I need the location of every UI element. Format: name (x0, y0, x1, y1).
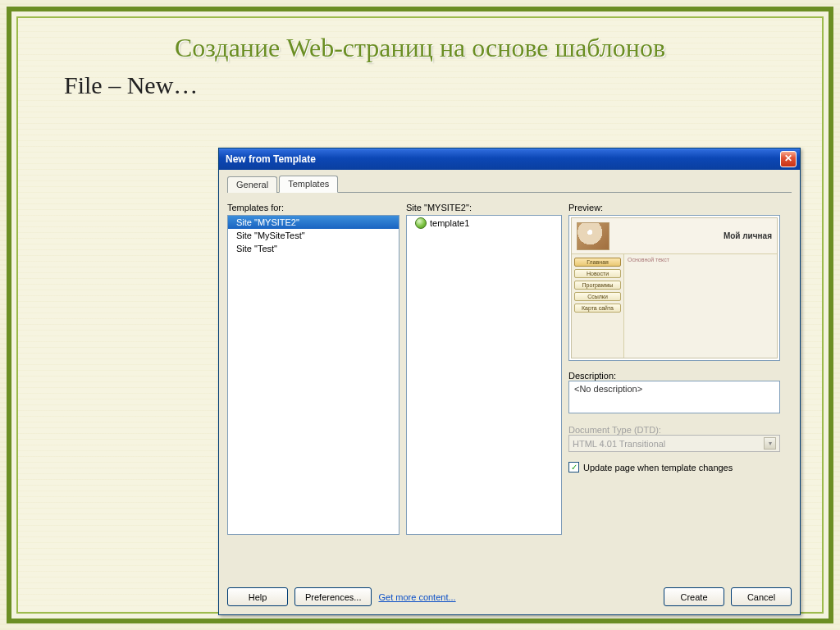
dialog-body: General Templates Templates for: Site "M… (219, 170, 800, 614)
preview-nav-item: Новости (574, 269, 621, 278)
preview-nav-item: Главная (574, 258, 621, 267)
dialog-new-from-template: New from Template ✕ General Templates Te… (218, 148, 801, 615)
preview-nav: Главная Новости Программы Ссылки Карта с… (572, 254, 624, 358)
help-button[interactable]: Help (227, 587, 288, 606)
preview-nav-item: Карта сайта (574, 304, 621, 313)
button-row: Help Preferences... Get more content... … (227, 587, 792, 606)
preview-thumb: Мой личная Главная Новости Программы Ссы… (571, 217, 778, 358)
template-item-label: template1 (430, 218, 469, 228)
preview-box: Мой личная Главная Новости Программы Ссы… (568, 215, 780, 361)
label-site-templates: Site "MYSITE2": (406, 203, 562, 212)
slide-title: Создание Web-страниц на основе шаблонов (18, 33, 822, 63)
sites-listbox[interactable]: Site "MYSITE2" Site "MySiteTest" Site "T… (227, 215, 399, 535)
more-content-link[interactable]: Get more content... (378, 592, 455, 602)
close-icon: ✕ (784, 153, 792, 164)
label-templates-for: Templates for: (227, 203, 399, 212)
description-box: <No description> (568, 381, 780, 413)
site-item[interactable]: Site "Test" (228, 242, 399, 255)
preview-logo (577, 222, 609, 250)
col-templates: Site "MYSITE2": template1 (406, 203, 562, 535)
label-dtd: Document Type (DTD): (568, 425, 780, 435)
site-item[interactable]: Site "MYSITE2" (228, 216, 399, 229)
preferences-button[interactable]: Preferences... (294, 587, 372, 606)
update-checkbox-row[interactable]: ✓ Update page when template changes (568, 462, 780, 472)
label-preview: Preview: (568, 203, 780, 212)
tab-general[interactable]: General (227, 176, 277, 193)
panel-row: Templates for: Site "MYSITE2" Site "MySi… (227, 203, 792, 535)
preview-nav-item: Программы (574, 281, 621, 290)
site-item[interactable]: Site "MySiteTest" (228, 229, 399, 242)
dialog-titlebar[interactable]: New from Template ✕ (219, 148, 800, 170)
tab-templates[interactable]: Templates (279, 176, 338, 193)
dtd-select: HTML 4.01 Transitional ▾ (568, 435, 780, 452)
checkbox-icon[interactable]: ✓ (568, 462, 579, 472)
tab-row: General Templates (227, 175, 792, 193)
preview-thumb-body: Главная Новости Программы Ссылки Карта с… (572, 254, 777, 358)
preview-header-title: Мой личная (724, 231, 772, 240)
chevron-down-icon: ▾ (764, 437, 776, 450)
template-icon (415, 217, 427, 229)
col-sites: Templates for: Site "MYSITE2" Site "MySi… (227, 203, 399, 535)
dialog-title: New from Template (226, 153, 780, 165)
cancel-button[interactable]: Cancel (731, 587, 792, 606)
create-button[interactable]: Create (664, 587, 724, 606)
slide-outer-frame: Создание Web-страниц на основе шаблонов … (7, 7, 833, 623)
close-button[interactable]: ✕ (780, 151, 797, 167)
dtd-value: HTML 4.01 Transitional (573, 439, 665, 449)
update-checkbox-label: Update page when template changes (583, 463, 733, 472)
preview-nav-item: Ссылки (574, 292, 621, 301)
slide-subtitle: File – New… (64, 71, 822, 99)
label-description: Description: (568, 371, 780, 381)
preview-main: Основной текст (624, 254, 777, 358)
templates-listbox[interactable]: template1 (406, 215, 562, 535)
slide-inner-frame: Создание Web-страниц на основе шаблонов … (16, 16, 824, 614)
col-preview: Preview: Мой личная Главная (568, 203, 780, 535)
preview-thumb-header: Мой личная (572, 218, 777, 254)
template-item[interactable]: template1 (407, 216, 561, 231)
